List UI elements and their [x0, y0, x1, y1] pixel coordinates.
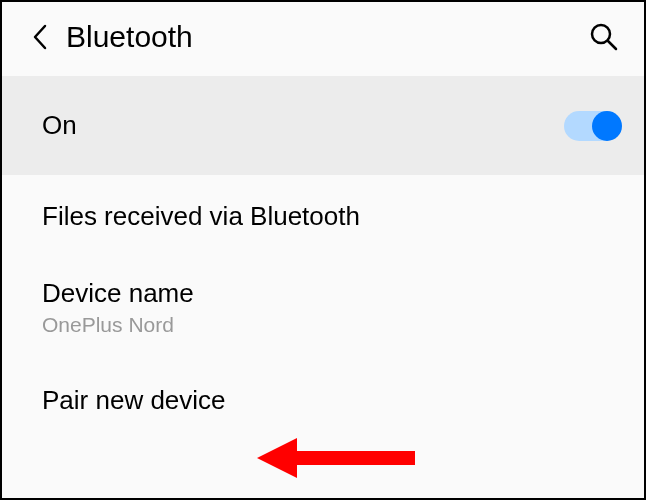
svg-marker-4 — [257, 438, 297, 478]
svg-line-1 — [608, 41, 616, 49]
toggle-knob — [592, 111, 622, 141]
back-icon[interactable] — [26, 23, 54, 51]
bluetooth-toggle-row[interactable]: On — [2, 76, 644, 175]
pair-new-device-item[interactable]: Pair new device — [2, 357, 644, 430]
search-icon[interactable] — [588, 21, 620, 53]
pair-new-device-label: Pair new device — [42, 385, 620, 416]
files-received-item[interactable]: Files received via Bluetooth — [2, 175, 644, 258]
device-name-label: Device name — [42, 278, 620, 309]
header: Bluetooth — [2, 2, 644, 76]
toggle-label: On — [42, 110, 77, 141]
page-title: Bluetooth — [66, 20, 588, 54]
svg-rect-3 — [293, 451, 415, 465]
annotation-arrow-icon — [257, 433, 417, 483]
device-name-value: OnePlus Nord — [42, 313, 620, 337]
bluetooth-toggle[interactable] — [564, 111, 620, 141]
device-name-item[interactable]: Device name OnePlus Nord — [2, 258, 644, 357]
files-received-label: Files received via Bluetooth — [42, 201, 620, 232]
